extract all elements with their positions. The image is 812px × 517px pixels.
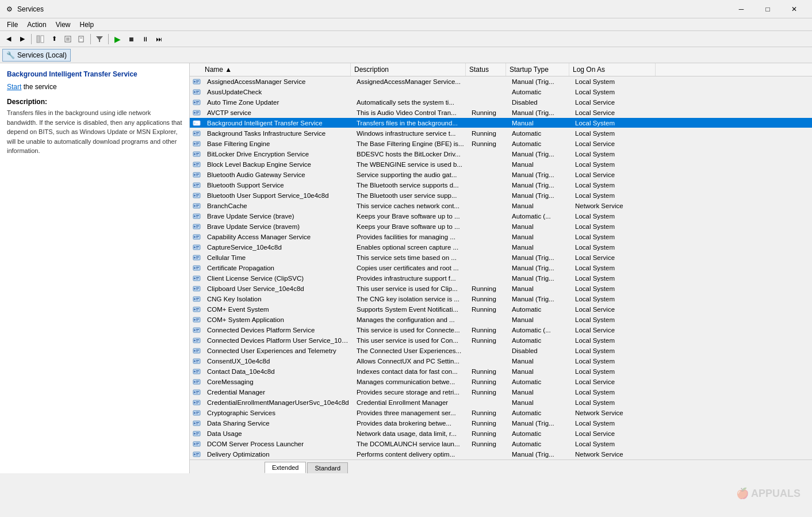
table-row[interactable]: ConsentUX_10e4c8dAllows ConnectUX and PC… — [190, 356, 812, 366]
menu-help[interactable]: Help — [75, 20, 99, 30]
table-row[interactable]: AVCTP serviceThis is Audio Video Control… — [190, 108, 812, 118]
service-status-cell: Running — [468, 429, 508, 438]
table-row[interactable]: Capability Access Manager ServiceProvide… — [190, 232, 812, 242]
menu-view[interactable]: View — [51, 20, 75, 30]
tab-extended[interactable]: Extended — [265, 462, 306, 473]
table-row[interactable]: CaptureService_10e4c8dEnables optional s… — [190, 242, 812, 252]
service-name-cell: Client License Service (ClipSVC) — [204, 274, 353, 283]
forward-button[interactable]: ▶ — [16, 33, 29, 45]
table-row[interactable]: DCOM Server Process LauncherThe DCOMLAUN… — [190, 439, 812, 449]
table-row[interactable]: BitLocker Drive Encryption ServiceBDESVC… — [190, 149, 812, 159]
table-row[interactable]: CoreMessagingManages communication betwe… — [190, 377, 812, 387]
table-row[interactable]: CNG Key IsolationThe CNG key isolation s… — [190, 294, 812, 304]
table-row[interactable]: Credential ManagerProvides secure storag… — [190, 387, 812, 397]
svg-rect-27 — [196, 122, 199, 123]
back-button[interactable]: ◀ — [2, 33, 15, 45]
header-name[interactable]: Name ▲ — [201, 63, 351, 76]
table-row[interactable]: Connected Devices Platform ServiceThis s… — [190, 325, 812, 335]
tab-standard[interactable]: Standard — [307, 462, 348, 473]
service-logon-cell: Local Service — [572, 253, 658, 262]
svg-point-106 — [194, 329, 196, 331]
service-description-cell: Indexes contact data for fast con... — [353, 367, 468, 376]
table-row[interactable]: Background Intelligent Transfer ServiceT… — [190, 118, 812, 128]
service-logon-cell: Local Service — [572, 325, 658, 335]
table-row[interactable]: Bluetooth Support ServiceThe Bluetooth s… — [190, 180, 812, 190]
restart-service-button[interactable]: ⏭ — [152, 33, 165, 45]
table-row[interactable]: Cryptographic ServicesProvides three man… — [190, 408, 812, 418]
table-row[interactable]: Connected Devices Platform User Service_… — [190, 335, 812, 346]
table-row[interactable]: Delivery OptimizationPerforms content de… — [190, 449, 812, 459]
svg-rect-35 — [196, 143, 199, 144]
table-row[interactable]: Block Level Backup Engine ServiceThe WBE… — [190, 159, 812, 170]
service-status-cell — [468, 163, 508, 166]
svg-rect-143 — [196, 422, 199, 423]
table-row[interactable]: CredentialEnrollmentManagerUserSvc_10e4c… — [190, 397, 812, 408]
stop-service-button[interactable]: ⏹ — [125, 33, 137, 45]
start-service-link[interactable]: Start — [7, 83, 21, 91]
service-name-cell: Connected Devices Platform User Service_… — [204, 336, 353, 345]
table-row[interactable]: BranchCacheThis service caches network c… — [190, 201, 812, 211]
nav-services-local[interactable]: 🔧 Services (Local) — [2, 49, 71, 62]
export-button[interactable] — [75, 33, 88, 45]
table-row[interactable]: Background Tasks Infrastructure ServiceW… — [190, 128, 812, 139]
table-row[interactable]: Brave Update Service (bravem)Keeps your … — [190, 221, 812, 232]
show-hide-button[interactable] — [34, 33, 47, 45]
start-service-button[interactable]: ▶ — [111, 33, 124, 45]
service-description-cell: Manages the configuration and ... — [353, 315, 468, 324]
svg-rect-131 — [196, 391, 199, 392]
table-row[interactable]: Certificate PropagationCopies user certi… — [190, 263, 812, 273]
service-status-cell — [468, 205, 508, 207]
service-logon-cell: Local System — [572, 222, 658, 231]
svg-rect-80 — [196, 258, 198, 259]
header-logon[interactable]: Log On As — [569, 63, 656, 76]
table-row[interactable]: COM+ System ApplicationManages the confi… — [190, 315, 812, 325]
table-row[interactable]: Bluetooth User Support Service_10e4c8dTh… — [190, 190, 812, 201]
minimize-button[interactable]: ─ — [728, 0, 754, 18]
table-row[interactable]: Bluetooth Audio Gateway ServiceService s… — [190, 170, 812, 180]
svg-rect-123 — [196, 370, 199, 372]
table-row[interactable]: Data UsageNetwork data usage, data limit… — [190, 428, 812, 439]
table-row[interactable]: Data Sharing ServiceProvides data broker… — [190, 418, 812, 428]
properties-button[interactable] — [62, 33, 74, 45]
table-row[interactable]: Client License Service (ClipSVC)Provides… — [190, 273, 812, 284]
svg-point-38 — [194, 153, 196, 155]
header-startup[interactable]: Startup Type — [506, 63, 569, 76]
up-one-level-button[interactable]: ⬆ — [48, 33, 60, 45]
table-row[interactable]: Contact Data_10e4c8dIndexes contact data… — [190, 366, 812, 377]
svg-point-10 — [194, 81, 196, 82]
header-description[interactable]: Description — [351, 63, 466, 76]
table-row[interactable]: Connected User Experiences and Telemetry… — [190, 346, 812, 356]
table-row[interactable]: Brave Update Service (brave)Keeps your B… — [190, 211, 812, 221]
service-row-icon — [192, 305, 201, 314]
filter-button[interactable] — [93, 33, 106, 45]
table-row[interactable]: COM+ Event SystemSupports System Event N… — [190, 304, 812, 315]
service-startup-cell: Manual — [508, 284, 572, 293]
service-startup-cell: Manual (Trig... — [508, 253, 572, 262]
service-row-icon — [192, 377, 201, 386]
table-body: AssignedAccessManager ServiceAssignedAcc… — [190, 76, 812, 459]
menu-file[interactable]: File — [2, 20, 22, 30]
svg-rect-92 — [196, 289, 198, 290]
table-row[interactable]: Cellular TimeThis service sets time base… — [190, 252, 812, 263]
table-row[interactable]: Auto Time Zone UpdaterAutomatically sets… — [190, 97, 812, 108]
svg-rect-75 — [196, 246, 199, 247]
header-status[interactable]: Status — [466, 63, 506, 76]
table-row[interactable]: Clipboard User Service_10e4c8dThis user … — [190, 284, 812, 294]
service-status-cell — [468, 453, 508, 455]
service-status-cell — [468, 319, 508, 321]
table-row[interactable]: Base Filtering EngineThe Base Filtering … — [190, 139, 812, 149]
close-button[interactable]: ✕ — [781, 0, 807, 18]
svg-rect-67 — [196, 225, 199, 227]
watermark: 🍎 APPUALS — [736, 487, 800, 500]
maximize-button[interactable]: □ — [754, 0, 781, 18]
service-name-cell: Bluetooth User Support Service_10e4c8d — [204, 191, 353, 200]
table-row[interactable]: AsusUpdateCheckAutomaticLocal System — [190, 87, 812, 97]
pause-service-button[interactable]: ⏸ — [139, 33, 151, 45]
bottom-tabs: Extended Standard — [190, 459, 812, 473]
menu-action[interactable]: Action — [22, 20, 51, 30]
table-row[interactable]: AssignedAccessManager ServiceAssignedAcc… — [190, 76, 812, 87]
service-name-cell: CNG Key Isolation — [204, 294, 353, 304]
service-name-cell: Base Filtering Engine — [204, 139, 353, 148]
service-description-cell: This user service is used for Clip... — [353, 284, 468, 293]
service-description-cell: Keeps your Brave software up to ... — [353, 222, 468, 231]
